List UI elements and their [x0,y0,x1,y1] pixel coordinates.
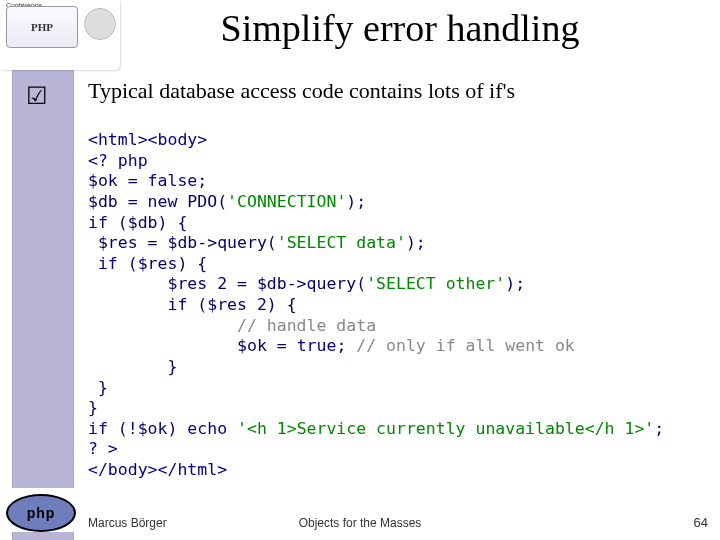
code-token: ; [336,336,356,355]
checkmark-icon: ☑ [26,82,54,110]
logo-text: PHP [31,21,53,33]
left-rail [12,0,74,540]
slide-title: Simplify error handling [90,6,710,50]
code-token: $ok = [88,171,148,190]
code-token: 'SELECT data' [277,233,406,252]
code-line: ? > [88,439,118,458]
code-token: $db = [88,192,148,211]
code-token: } [88,378,108,397]
slide-subtitle: Typical database access code contains lo… [88,78,515,104]
code-block: <html><body> <? php $ok = false; $db = n… [88,130,664,481]
code-token: // handle data [88,316,376,335]
code-token: } [88,398,98,417]
php-quebec-logo: PHP [6,6,78,48]
code-token: ; [654,419,664,438]
code-token: ($res) { [128,254,207,273]
code-pre: <html><body> <? php $ok = false; $db = n… [88,130,664,481]
code-token: // only if all went ok [356,336,575,355]
code-token: PDO( [187,192,227,211]
slide: Conférence PHP Simplify error handling ☑… [0,0,720,540]
code-token: $res 2 = $db->query( [88,274,366,293]
code-token: 'CONNECTION' [227,192,346,211]
code-token: ); [505,274,525,293]
code-token: ); [346,192,366,211]
code-token: (!$ok) [118,419,188,438]
code-token: ; [197,171,207,190]
code-token: $ok = [88,336,297,355]
code-token: '<h 1>Service currently unavailable</h 1… [237,419,654,438]
code-token: 'SELECT other' [366,274,505,293]
code-token: true [297,336,337,355]
code-line: </body></html> [88,460,227,479]
code-token: ($db) { [118,213,188,232]
footer-page-number: 64 [694,515,708,530]
code-token: ); [406,233,426,252]
code-token: ($res 2) { [197,295,296,314]
code-token: if [88,213,118,232]
code-line: <? php [88,151,148,170]
code-token: if [88,254,128,273]
footer-deck-title: Objects for the Masses [0,516,720,530]
code-token: if [88,419,118,438]
code-line: <html><body> [88,130,207,149]
code-token: false [148,171,198,190]
code-token: if [88,295,197,314]
code-token: echo [187,419,237,438]
code-token: $res = $db->query( [88,233,277,252]
code-token: new [148,192,188,211]
code-token: } [88,357,177,376]
